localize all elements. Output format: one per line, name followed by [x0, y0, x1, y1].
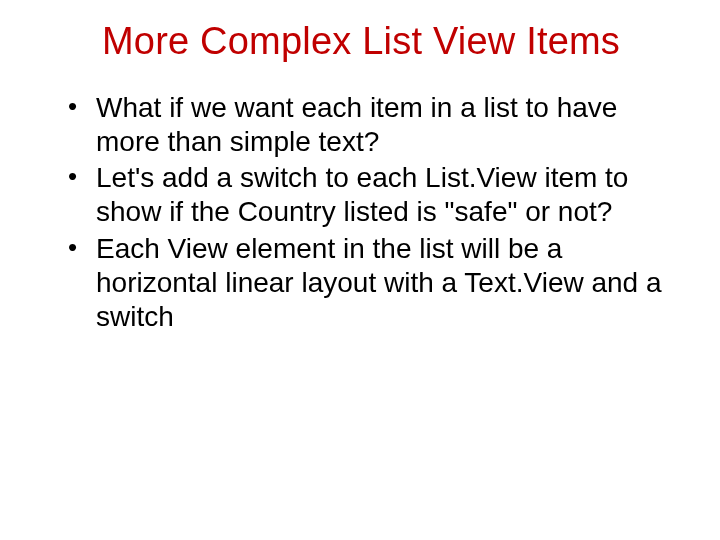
slide-title: More Complex List View Items	[50, 20, 672, 63]
list-item: Let's add a switch to each List.View ite…	[68, 161, 672, 229]
bullet-list: What if we want each item in a list to h…	[60, 91, 672, 334]
list-item: What if we want each item in a list to h…	[68, 91, 672, 159]
list-item: Each View element in the list will be a …	[68, 232, 672, 334]
